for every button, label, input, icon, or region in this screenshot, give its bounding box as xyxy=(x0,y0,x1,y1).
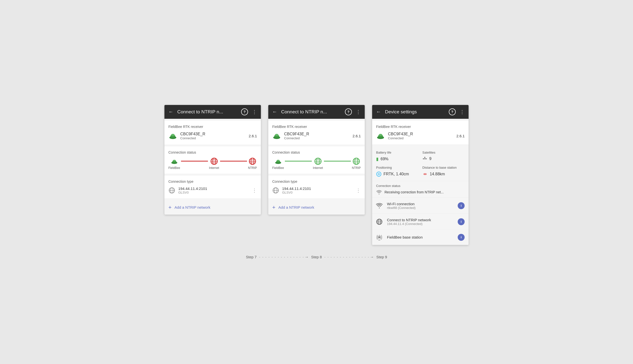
toolbar-2: ← Connect to NTRIP n... ? ⋮ xyxy=(268,105,365,119)
receiver-icon-1 xyxy=(168,132,177,140)
conn-node-fieldbee-1: FieldBee xyxy=(168,157,180,170)
distance-label: Distance to base station xyxy=(422,166,465,170)
svg-point-5 xyxy=(173,160,176,161)
back-button-1[interactable]: ← xyxy=(167,108,174,116)
receiver-name-2: CBC9F43E_R xyxy=(284,132,350,136)
connection-type-title-2: Connection type xyxy=(272,180,361,184)
conn-label-internet-1: Internet xyxy=(209,166,219,170)
svg-point-2 xyxy=(171,134,174,136)
base-station-menu-text: FieldBee base station xyxy=(387,235,454,239)
wifi-menu-text: Wi-Fi connection rtkwifi8 (Connected) xyxy=(387,202,454,210)
screen-1: ← Connect to NTRIP n... ? ⋮ FieldBee RTK… xyxy=(164,105,261,214)
receiver-row-1: CBC9F43E_R Connected 2.6.1 xyxy=(168,132,257,140)
svg-point-21 xyxy=(275,134,278,136)
positioning-value-row: FRTK, 1.40cm xyxy=(376,172,418,177)
ntrip-menu-title: Connect to NTRIP network xyxy=(387,218,454,222)
distance-block: Distance to base station 14.88km xyxy=(422,166,465,177)
screen-2: ← Connect to NTRIP n... ? ⋮ FieldBee RTK… xyxy=(268,105,365,214)
conn-node-fieldbee-2: FieldBee xyxy=(272,157,284,170)
connection-status-card-1: Connection status FieldBee xyxy=(164,146,261,174)
add-network-row-2[interactable]: + Add a NTRIP network xyxy=(268,200,365,214)
more-button-1[interactable]: ⋮ xyxy=(251,108,258,116)
receiver-section-label-3: FieldBee RTK receiver xyxy=(376,125,465,129)
dashes-1: - - - - - - - - - - - - - - - xyxy=(259,255,304,259)
ntrip-info-button[interactable]: i xyxy=(458,218,465,225)
wifi-menu-sub: rtkwifi8 (Connected) xyxy=(387,206,454,210)
conn-node-internet-1: Internet xyxy=(209,157,219,170)
positioning-block: Positioning FRTK, 1.40cm xyxy=(376,166,418,177)
satellites-value-row: 9 xyxy=(422,156,465,161)
connection-type-card-2: Connection type 194.44.11.4:2101 GLSV0 ⋮ xyxy=(268,176,365,198)
connection-type-title-1: Connection type xyxy=(168,180,257,184)
help-button-3[interactable]: ? xyxy=(449,108,456,115)
battery-value: 69% xyxy=(380,157,388,161)
more-dots-1[interactable]: ⋮ xyxy=(252,188,257,193)
connection-ip-2: 194.44.11.4:2101 xyxy=(282,186,353,191)
back-button-2[interactable]: ← xyxy=(271,108,278,116)
more-dots-2[interactable]: ⋮ xyxy=(356,188,361,193)
wifi-menu-icon xyxy=(376,203,383,208)
receiver-status-2: Connected xyxy=(284,136,350,140)
toolbar-title-3: Device settings xyxy=(385,109,446,114)
receiver-card-3: FieldBee RTK receiver CBC9F43E_R Connect… xyxy=(372,121,469,145)
conn-label-internet-2: Internet xyxy=(313,166,323,170)
receiver-icon-2 xyxy=(272,132,281,140)
base-station-menu-icon xyxy=(376,234,383,240)
step-arrow-2: - - - - - - - - - - - - - - - → xyxy=(322,255,376,259)
base-station-menu-title: FieldBee base station xyxy=(387,235,454,239)
battery-label: Battery life xyxy=(376,151,418,154)
conn-line-1-2 xyxy=(285,161,312,162)
svg-point-24 xyxy=(277,160,280,161)
step-7-label: Step 7 xyxy=(246,255,257,259)
toolbar-title-1: Connect to NTRIP n... xyxy=(177,109,238,114)
internet-icon-1 xyxy=(210,157,218,165)
add-label-1: Add a NTRIP network xyxy=(174,205,210,210)
add-icon-1: + xyxy=(168,204,172,211)
globe-menu-svg xyxy=(376,218,382,225)
wifi-info-button[interactable]: i xyxy=(458,202,465,209)
connection-ip-1: 194.44.11.4:2101 xyxy=(178,186,249,191)
step-8-label: Step 8 xyxy=(311,255,322,259)
conn-node-internet-2: Internet xyxy=(313,157,323,170)
svg-point-43 xyxy=(424,158,426,160)
add-network-row-1[interactable]: + Add a NTRIP network xyxy=(164,200,261,214)
fieldbee-icon-1 xyxy=(170,157,178,165)
help-button-2[interactable]: ? xyxy=(345,108,352,115)
menu-item-wifi[interactable]: Wi-Fi connection rtkwifi8 (Connected) i xyxy=(372,198,469,214)
step-arrow-1: - - - - - - - - - - - - - - - → xyxy=(257,255,311,259)
receiver-version-1: 2.6.1 xyxy=(249,134,257,138)
distance-value: 14.88km xyxy=(430,172,445,176)
conn-line-2-1 xyxy=(220,161,247,162)
satellites-value: 9 xyxy=(429,156,432,161)
conn-label-ntrip-2: NTRIP xyxy=(352,166,361,170)
conn-label-fieldbee-2: FieldBee xyxy=(272,166,284,170)
positioning-label: Positioning xyxy=(376,166,418,170)
ntrip-icon-1 xyxy=(249,157,256,165)
receiver-section-label-1: FieldBee RTK receiver xyxy=(168,125,257,129)
connection-status-title-1: Connection status xyxy=(168,150,257,154)
base-station-svg xyxy=(376,234,382,240)
base-station-info-button[interactable]: i xyxy=(458,234,465,241)
ntrip-menu-text: Connect to NTRIP network 194.44.11.4 (Co… xyxy=(387,218,454,226)
receiver-version-3: 2.6.1 xyxy=(457,134,465,138)
svg-point-45 xyxy=(378,173,379,175)
correction-row: Receiving correction from NTRIP net... xyxy=(376,190,465,194)
add-label-2: Add a NTRIP network xyxy=(278,205,314,210)
positioning-icon xyxy=(376,172,381,177)
connection-status-title-2: Connection status xyxy=(272,150,361,154)
back-button-3[interactable]: ← xyxy=(375,108,382,116)
distance-value-row: 14.88km xyxy=(422,172,465,177)
ntrip-menu-sub: 194.44.11.4 (Connected) xyxy=(387,222,454,226)
svg-point-44 xyxy=(377,172,381,176)
globe-menu-icon xyxy=(376,218,383,225)
more-button-2[interactable]: ⋮ xyxy=(355,108,362,116)
help-button-1[interactable]: ? xyxy=(241,108,248,115)
receiver-name-3: CBC9F43E_R xyxy=(388,132,454,136)
menu-item-ntrip[interactable]: Connect to NTRIP network 194.44.11.4 (Co… xyxy=(372,214,469,230)
menu-item-base-station[interactable]: FieldBee base station i xyxy=(372,230,469,245)
receiver-version-2: 2.6.1 xyxy=(353,134,361,138)
connection-type-card-1: Connection type 194.44.11.4:2101 GLSV0 ⋮ xyxy=(164,176,261,198)
more-button-3[interactable]: ⋮ xyxy=(459,108,466,116)
svg-point-40 xyxy=(379,134,382,136)
conn-node-ntrip-1: NTRIP xyxy=(248,157,257,170)
